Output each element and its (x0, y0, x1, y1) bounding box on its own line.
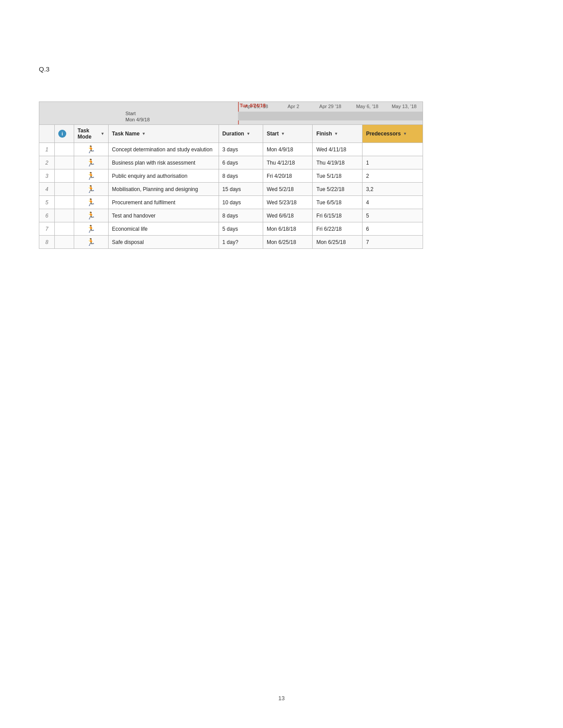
row-start: Wed 5/23/18 (263, 196, 313, 209)
row-num: 3 (39, 169, 55, 183)
row-task-name: Procurement and fulfilment (108, 196, 219, 209)
row-predecessors: 6 (362, 222, 423, 236)
th-finish[interactable]: Finish ▼ (313, 125, 363, 143)
th-start[interactable]: Start ▼ (263, 125, 313, 143)
row-predecessors: 2 (362, 169, 423, 183)
timeline-date-5: May 13, '18 (385, 104, 423, 109)
row-task-name: Mobilisation, Planning and designing (108, 183, 219, 196)
row-num: 7 (39, 222, 55, 236)
row-start: Mon 6/25/18 (263, 236, 313, 249)
row-task-name: Concept determination and study evalutio… (108, 143, 219, 156)
row-finish: Tue 5/1/18 (313, 169, 363, 183)
row-finish: Wed 4/11/18 (313, 143, 363, 156)
start-date: Mon 4/9/18 (125, 117, 150, 122)
row-predecessors: 4 (362, 196, 423, 209)
row-predecessors (362, 143, 423, 156)
row-predecessors: 7 (362, 236, 423, 249)
row-duration: 1 day? (219, 236, 263, 249)
row-predecessors: 1 (362, 156, 423, 169)
row-start: Thu 4/12/18 (263, 156, 313, 169)
pred-filter-icon[interactable]: ▼ (403, 131, 407, 136)
timeline-date-2: Apr 2 (275, 104, 312, 109)
name-filter-icon[interactable]: ▼ (142, 131, 146, 136)
row-info (55, 209, 74, 222)
timeline-header: Start Mon 4/9/18 Apr 15, '18 Apr 2 Apr 2… (39, 101, 423, 124)
page-number: 13 (278, 695, 284, 702)
row-start: Fri 4/20/18 (263, 169, 313, 183)
row-num: 2 (39, 156, 55, 169)
task-mode-icon: 🏃 (87, 172, 95, 180)
task-mode-icon: 🏃 (87, 238, 95, 246)
row-finish: Tue 5/22/18 (313, 183, 363, 196)
row-start: Mon 6/18/18 (263, 222, 313, 236)
row-duration: 6 days (219, 156, 263, 169)
row-task-name: Public enquiry and authorisation (108, 169, 219, 183)
row-mode: 🏃 (74, 236, 108, 249)
row-info (55, 156, 74, 169)
mode-filter-icon[interactable]: ▼ (101, 131, 105, 136)
th-num (39, 125, 55, 143)
table-row: 7 🏃 Economical life 5 days Mon 6/18/18 F… (39, 222, 423, 236)
row-num: 6 (39, 209, 55, 222)
finish-filter-icon[interactable]: ▼ (334, 131, 338, 136)
row-start: Wed 6/6/18 (263, 209, 313, 222)
task-mode-icon: 🏃 (87, 211, 95, 220)
row-info (55, 183, 74, 196)
table-row: 1 🏃 Concept determination and study eval… (39, 143, 423, 156)
th-mode[interactable]: Task Mode ▼ (74, 125, 108, 143)
page-label: Q.3 (39, 65, 49, 73)
timeline-bar (238, 112, 423, 120)
table-row: 3 🏃 Public enquiry and authorisation 8 d… (39, 169, 423, 183)
timeline-date-row: Apr 15, '18 Apr 2 Apr 29 '18 May 6, '18 … (238, 104, 423, 109)
row-finish: Thu 4/19/18 (313, 156, 363, 169)
table-row: 6 🏃 Test and handover 8 days Wed 6/6/18 … (39, 209, 423, 222)
table-row: 5 🏃 Procurement and fulfilment 10 days W… (39, 196, 423, 209)
row-mode: 🏃 (74, 209, 108, 222)
row-mode: 🏃 (74, 156, 108, 169)
row-start: Mon 4/9/18 (263, 143, 313, 156)
th-duration[interactable]: Duration ▼ (219, 125, 263, 143)
row-finish: Fri 6/22/18 (313, 222, 363, 236)
row-start: Wed 5/2/18 (263, 183, 313, 196)
row-mode: 🏃 (74, 143, 108, 156)
timeline-date-3: Apr 29 '18 (312, 104, 349, 109)
row-duration: 8 days (219, 169, 263, 183)
row-predecessors: 5 (362, 209, 423, 222)
row-num: 8 (39, 236, 55, 249)
th-start-label: Start (267, 131, 279, 137)
duration-filter-icon[interactable]: ▼ (246, 131, 250, 136)
row-mode: 🏃 (74, 222, 108, 236)
task-mode-icon: 🏃 (87, 198, 95, 206)
task-mode-icon: 🏃 (87, 185, 95, 193)
row-info (55, 143, 74, 156)
gantt-container: Start Mon 4/9/18 Apr 15, '18 Apr 2 Apr 2… (39, 101, 423, 249)
row-task-name: Economical life (108, 222, 219, 236)
row-duration: 3 days (219, 143, 263, 156)
task-mode-icon: 🏃 (87, 158, 95, 167)
row-mode: 🏃 (74, 169, 108, 183)
row-num: 4 (39, 183, 55, 196)
row-info (55, 222, 74, 236)
th-name-label: Task Name (112, 131, 140, 137)
th-pred-label: Predecessors (366, 131, 401, 137)
start-label: Start (125, 111, 136, 116)
th-predecessors[interactable]: Predecessors ▼ (362, 125, 423, 143)
th-name[interactable]: Task Name ▼ (108, 125, 219, 143)
row-info (55, 236, 74, 249)
start-filter-icon[interactable]: ▼ (281, 131, 285, 136)
red-date-label: Tue 4/24/18 (240, 103, 266, 108)
row-task-name: Safe disposal (108, 236, 219, 249)
table-row: 4 🏃 Mobilisation, Planning and designing… (39, 183, 423, 196)
row-task-name: Business plan with risk assessment (108, 156, 219, 169)
info-icon: i (58, 130, 66, 138)
row-task-name: Test and handover (108, 209, 219, 222)
table-row: 8 🏃 Safe disposal 1 day? Mon 6/25/18 Mon… (39, 236, 423, 249)
th-finish-label: Finish (316, 131, 332, 137)
row-info (55, 169, 74, 183)
th-mode-label: Task Mode (78, 128, 98, 140)
timeline-date-4: May 6, '18 (349, 104, 386, 109)
row-num: 1 (39, 143, 55, 156)
th-info: i (55, 125, 74, 143)
task-mode-icon: 🏃 (87, 225, 95, 233)
row-duration: 15 days (219, 183, 263, 196)
